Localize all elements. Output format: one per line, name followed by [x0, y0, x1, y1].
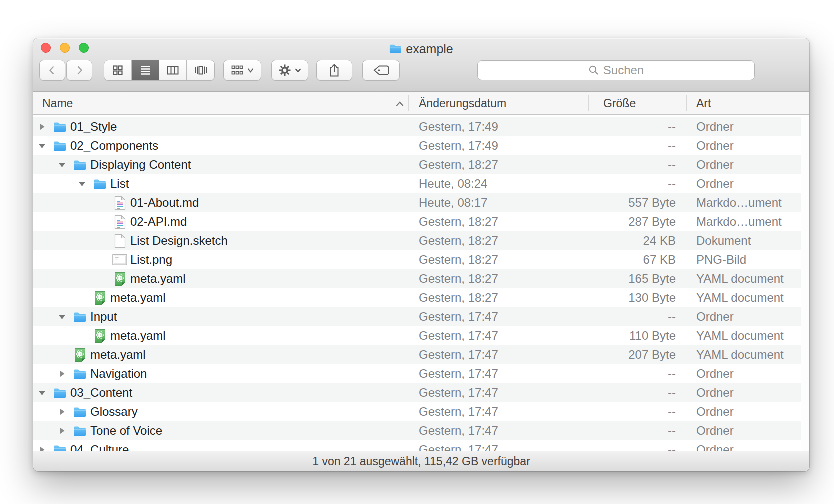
- column-header-name[interactable]: Name: [42, 96, 73, 110]
- folder-icon: [72, 309, 87, 324]
- sort-ascending-icon: [395, 96, 404, 110]
- folder-icon: [389, 44, 401, 54]
- table-row[interactable]: NavigationGestern, 17:47--Ordner: [33, 364, 801, 383]
- file-date: Gestern, 17:47: [419, 424, 498, 438]
- table-row[interactable]: 04_CultureGestern, 17:47--Ordner: [33, 440, 801, 451]
- search-placeholder: Suchen: [603, 63, 644, 77]
- chevron-left-icon: [47, 65, 58, 76]
- disclosure-collapsed-icon[interactable]: [58, 364, 72, 383]
- folder-icon: [72, 366, 87, 381]
- disclosure-spacer: [98, 250, 112, 269]
- disclosure-collapsed-icon[interactable]: [38, 440, 52, 451]
- disclosure-expanded-icon[interactable]: [78, 174, 92, 193]
- disclosure-expanded-icon[interactable]: [58, 155, 72, 174]
- column-header-size[interactable]: Größe: [603, 96, 636, 110]
- file-size: --: [587, 310, 676, 324]
- file-date: Gestern, 18:27: [419, 253, 498, 267]
- file-size: 165 Byte: [587, 272, 676, 286]
- table-row[interactable]: ListHeute, 08:24--Ordner: [33, 174, 801, 193]
- folder-icon: [72, 157, 87, 172]
- disclosure-collapsed-icon[interactable]: [58, 421, 72, 440]
- column-divider[interactable]: [588, 95, 589, 111]
- table-row[interactable]: meta.yamlGestern, 18:27165 ByteYAML docu…: [33, 269, 801, 288]
- back-button[interactable]: [39, 60, 65, 81]
- yaml-icon: [72, 347, 87, 362]
- table-row[interactable]: meta.yamlGestern, 17:47207 ByteYAML docu…: [33, 345, 801, 364]
- file-name: Input: [90, 310, 117, 324]
- table-row[interactable]: Tone of VoiceGestern, 17:47--Ordner: [33, 421, 801, 440]
- disclosure-expanded-icon[interactable]: [38, 383, 52, 402]
- search-icon: [588, 65, 599, 76]
- table-row[interactable]: meta.yamlGestern, 18:27130 ByteYAML docu…: [33, 288, 801, 307]
- document-icon: [112, 233, 127, 248]
- file-date: Gestern, 18:27: [419, 234, 498, 248]
- yaml-icon: [112, 271, 127, 286]
- search-input[interactable]: Suchen: [477, 60, 755, 80]
- chevron-right-icon: [74, 65, 85, 76]
- file-kind: Ordner: [696, 424, 734, 438]
- file-name: List Design.sketch: [130, 234, 228, 248]
- view-mode-control: [104, 60, 215, 81]
- file-date: Gestern, 17:47: [419, 329, 498, 343]
- list-view-button[interactable]: [132, 60, 159, 80]
- file-size: 207 Byte: [587, 348, 676, 362]
- disclosure-spacer: [58, 345, 72, 364]
- tag-button[interactable]: [362, 60, 400, 81]
- share-button[interactable]: [316, 60, 352, 81]
- file-kind: Ordner: [696, 405, 734, 419]
- scrollbar-track[interactable]: [801, 115, 809, 451]
- table-row[interactable]: 02_ComponentsGestern, 17:49--Ordner: [33, 136, 801, 155]
- file-date: Heute, 08:17: [419, 196, 487, 210]
- table-row[interactable]: 01-About.mdHeute, 08:17557 ByteMarkdo…um…: [33, 193, 801, 212]
- file-kind: Markdo…ument: [696, 215, 782, 229]
- table-row[interactable]: 02-API.mdGestern, 18:27287 ByteMarkdo…um…: [33, 212, 801, 231]
- forward-button[interactable]: [66, 60, 92, 81]
- action-button[interactable]: [271, 60, 308, 81]
- disclosure-expanded-icon[interactable]: [38, 136, 52, 155]
- table-row[interactable]: List.pngGestern, 18:2767 KBPNG-Bild: [33, 250, 801, 269]
- file-size: --: [587, 405, 676, 419]
- file-kind: Ordner: [696, 177, 734, 191]
- file-name: List: [110, 177, 129, 191]
- file-name: 03_Content: [70, 386, 132, 400]
- file-date: Gestern, 17:47: [419, 348, 498, 362]
- file-kind: Ordner: [696, 139, 734, 153]
- arrange-button[interactable]: [223, 60, 261, 81]
- table-row[interactable]: GlossaryGestern, 17:47--Ordner: [33, 402, 801, 421]
- icon-view-icon: [112, 64, 124, 76]
- file-list: 01_StyleGestern, 17:49--Ordner 02_Compon…: [33, 115, 809, 451]
- coverflow-view-button[interactable]: [187, 60, 214, 80]
- disclosure-expanded-icon[interactable]: [58, 307, 72, 326]
- file-name: Glossary: [90, 405, 138, 419]
- icon-view-button[interactable]: [104, 60, 132, 80]
- column-view-button[interactable]: [159, 60, 187, 80]
- file-size: --: [587, 158, 676, 172]
- table-row[interactable]: 01_StyleGestern, 17:49--Ordner: [33, 117, 801, 136]
- disclosure-collapsed-icon[interactable]: [38, 117, 52, 136]
- table-row[interactable]: List Design.sketchGestern, 18:2724 KBDok…: [33, 231, 801, 250]
- disclosure-spacer: [98, 231, 112, 250]
- file-kind: Ordner: [696, 310, 734, 324]
- file-kind: Ordner: [696, 443, 734, 451]
- finder-window: example: [33, 38, 809, 471]
- window-title: example: [33, 42, 809, 56]
- table-row[interactable]: InputGestern, 17:47--Ordner: [33, 307, 801, 326]
- page-title: example: [406, 42, 453, 56]
- file-name: meta.yaml: [90, 348, 146, 362]
- file-name: Displaying Content: [90, 158, 191, 172]
- column-header-kind[interactable]: Art: [696, 96, 711, 110]
- table-row[interactable]: 03_ContentGestern, 17:47--Ordner: [33, 383, 801, 402]
- column-header-date[interactable]: Änderungsdatum: [419, 96, 506, 110]
- file-kind: YAML document: [696, 272, 784, 286]
- table-row[interactable]: Displaying ContentGestern, 18:27--Ordner: [33, 155, 801, 174]
- file-size: --: [587, 424, 676, 438]
- file-name: 01-About.md: [130, 196, 199, 210]
- column-divider[interactable]: [408, 95, 409, 111]
- table-row[interactable]: meta.yamlGestern, 17:47110 ByteYAML docu…: [33, 326, 801, 345]
- chevron-down-icon: [247, 68, 254, 73]
- folder-icon: [52, 119, 67, 134]
- column-divider[interactable]: [686, 95, 687, 111]
- disclosure-collapsed-icon[interactable]: [58, 402, 72, 421]
- file-name: Tone of Voice: [90, 424, 162, 438]
- coverflow-view-icon: [194, 64, 208, 76]
